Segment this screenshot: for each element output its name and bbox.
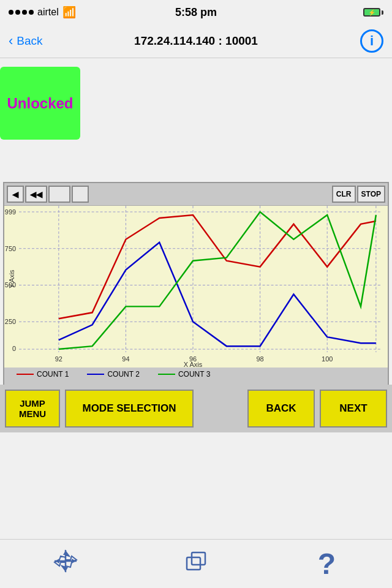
back-button-bottom[interactable]: BACK [247,390,315,428]
unlocked-label: Unlocked [7,95,73,112]
back-button[interactable]: ‹ Back [9,33,43,49]
info-button[interactable]: i [360,29,383,53]
svg-text:750: 750 [5,245,16,252]
chart-left-button[interactable]: ◀ [7,186,24,203]
chart-area: 999 750 500 250 0 92 94 96 98 100 X Axis… [4,205,388,368]
svg-text:X Axis: X Axis [184,361,203,368]
signal-dot-4 [29,10,34,15]
svg-text:250: 250 [5,318,16,325]
chart-svg: 999 750 500 250 0 92 94 96 98 100 X Axis… [4,206,388,368]
tab-share[interactable] [172,546,221,582]
svg-text:999: 999 [5,208,16,216]
carrier-label: airtel [37,7,59,18]
legend-line-count2 [87,374,104,375]
signal-dot-2 [15,10,20,15]
nav-title: 172.24.114.140 : 10001 [134,34,258,48]
status-left: airtel 📶 [9,6,76,19]
share-icon [184,549,208,579]
legend-count3: COUNT 3 [158,370,210,379]
chart-double-left-button[interactable]: ◀◀ [25,186,47,203]
status-right: ⚡ [363,8,383,17]
signal-dots [9,10,34,15]
battery-tip [382,10,383,15]
signal-dot-3 [22,10,27,15]
legend-label-count3: COUNT 3 [178,370,210,379]
svg-text:92: 92 [55,355,62,363]
battery-bolt-icon: ⚡ [368,9,375,16]
chart-toolbar: ◀ ◀◀ CLR STOP [4,183,388,205]
legend-label-count2: COUNT 2 [107,370,139,379]
chart-pause-button[interactable] [48,186,70,203]
svg-rect-31 [187,557,200,570]
wifi-icon: 📶 [62,6,76,19]
svg-text:100: 100 [322,355,333,363]
next-button[interactable]: NEXT [320,390,387,428]
jump-menu-button[interactable]: JUMP MENU [5,390,60,428]
battery-container: ⚡ [363,8,383,17]
help-icon: ? [318,547,336,581]
tab-help[interactable]: ? [302,546,351,582]
tab-bar: ? [0,539,392,588]
signal-dot-1 [9,10,13,15]
svg-rect-32 [192,552,205,565]
back-label: Back [17,34,42,48]
battery-icon: ⚡ [363,8,380,17]
svg-rect-0 [10,206,382,368]
chart-legend: COUNT 1 COUNT 2 COUNT 3 [4,368,388,381]
info-icon: i [370,33,374,49]
legend-label-count1: COUNT 1 [37,370,69,379]
svg-text:Y Axis: Y Axis [8,270,15,288]
legend-line-count3 [158,374,175,375]
move-icon [53,549,78,579]
chart-stop-button[interactable] [72,186,89,203]
status-time: 5:58 pm [175,6,217,19]
chevron-left-icon: ‹ [9,33,13,49]
nav-bar: ‹ Back 172.24.114.140 : 10001 i [0,24,392,58]
bottom-buttons: JUMP MENU MODE SELECTION BACK NEXT [0,385,392,432]
chart-clr-button[interactable]: CLR [332,186,356,203]
svg-text:94: 94 [122,355,129,363]
legend-line-count1 [17,374,34,375]
status-bar: airtel 📶 5:58 pm ⚡ [0,0,392,24]
svg-text:98: 98 [257,355,264,363]
chart-container: ◀ ◀◀ CLR STOP 999 750 500 [3,182,389,390]
tab-move[interactable] [41,546,90,582]
svg-text:0: 0 [12,345,16,352]
mode-selection-button[interactable]: MODE SELECTION [65,390,194,428]
unlocked-badge: Unlocked [0,67,80,140]
chart-stop-label-button[interactable]: STOP [357,186,385,203]
legend-count1: COUNT 1 [17,370,69,379]
legend-count2: COUNT 2 [87,370,139,379]
